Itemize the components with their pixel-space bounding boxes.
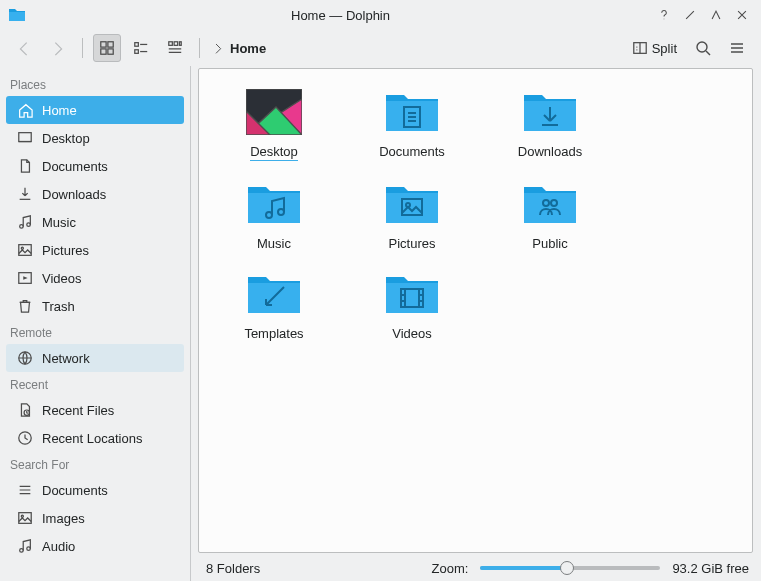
sidebar-item-label: Documents (42, 159, 108, 174)
sidebar-item-audio[interactable]: Audio (6, 532, 184, 560)
sidebar-item-home[interactable]: Home (6, 96, 184, 124)
file-item-public[interactable]: Public (485, 175, 615, 257)
close-button[interactable] (731, 4, 753, 26)
sidebar-item-label: Documents (42, 483, 108, 498)
file-viewport[interactable]: DesktopDocumentsDownloadsMusicPicturesPu… (198, 68, 753, 553)
sidebar-item-label: Desktop (42, 131, 90, 146)
file-label: Documents (379, 144, 445, 159)
sidebar-heading: Places (0, 72, 190, 96)
menu-button[interactable] (723, 34, 751, 62)
sidebar-item-label: Audio (42, 539, 75, 554)
search-audio-icon (16, 537, 34, 555)
file-label: Templates (244, 326, 303, 341)
window-title: Home — Dolphin (32, 8, 649, 23)
sidebar-item-label: Pictures (42, 243, 89, 258)
folder-icon (384, 271, 440, 320)
titlebar: Home — Dolphin (0, 0, 761, 30)
sidebar: PlacesHomeDesktopDocumentsDownloadsMusic… (0, 66, 190, 581)
network-icon (16, 349, 34, 367)
sidebar-item-label: Downloads (42, 187, 106, 202)
split-label: Split (652, 41, 677, 56)
zoom-label: Zoom: (432, 561, 469, 576)
recent-locations-icon (16, 429, 34, 447)
sidebar-heading: Remote (0, 320, 190, 344)
file-label: Pictures (389, 236, 436, 251)
sidebar-item-trash[interactable]: Trash (6, 292, 184, 320)
maximize-button[interactable] (705, 4, 727, 26)
sidebar-heading: Search For (0, 452, 190, 476)
file-label: Videos (392, 326, 432, 341)
file-label: Desktop (250, 144, 298, 161)
app-icon (8, 6, 26, 24)
free-space: 93.2 GiB free (672, 561, 749, 576)
folder-icon (246, 181, 302, 230)
breadcrumb-label: Home (230, 41, 266, 56)
recent-files-icon (16, 401, 34, 419)
sidebar-item-network[interactable]: Network (6, 344, 184, 372)
status-summary: 8 Folders (206, 561, 260, 576)
forward-button[interactable] (44, 34, 72, 62)
file-item-desktop[interactable]: Desktop (209, 83, 339, 167)
file-item-music[interactable]: Music (209, 175, 339, 257)
sidebar-item-downloads[interactable]: Downloads (6, 180, 184, 208)
sidebar-item-label: Music (42, 215, 76, 230)
folder-icon (246, 89, 302, 138)
sidebar-item-music[interactable]: Music (6, 208, 184, 236)
sidebar-item-label: Recent Files (42, 403, 114, 418)
sidebar-item-recent-files[interactable]: Recent Files (6, 396, 184, 424)
view-compact-button[interactable] (127, 34, 155, 62)
sidebar-item-label: Home (42, 103, 77, 118)
back-button[interactable] (10, 34, 38, 62)
sidebar-item-desktop[interactable]: Desktop (6, 124, 184, 152)
statusbar: 8 Folders Zoom: 93.2 GiB free (194, 555, 761, 581)
sidebar-item-label: Network (42, 351, 90, 366)
file-label: Public (532, 236, 567, 251)
file-item-downloads[interactable]: Downloads (485, 83, 615, 167)
videos-icon (16, 269, 34, 287)
toolbar: Home Split (0, 30, 761, 66)
trash-icon (16, 297, 34, 315)
sidebar-item-images[interactable]: Images (6, 504, 184, 532)
main: PlacesHomeDesktopDocumentsDownloadsMusic… (0, 66, 761, 581)
file-item-pictures[interactable]: Pictures (347, 175, 477, 257)
sidebar-item-videos[interactable]: Videos (6, 264, 184, 292)
folder-icon (522, 89, 578, 138)
help-button[interactable] (653, 4, 675, 26)
home-icon (16, 101, 34, 119)
search-button[interactable] (689, 34, 717, 62)
file-label: Music (257, 236, 291, 251)
folder-icon (384, 89, 440, 138)
file-item-templates[interactable]: Templates (209, 265, 339, 347)
sidebar-item-documents[interactable]: Documents (6, 476, 184, 504)
content: DesktopDocumentsDownloadsMusicPicturesPu… (194, 66, 761, 581)
search-images-icon (16, 509, 34, 527)
file-label: Downloads (518, 144, 582, 159)
view-icons-button[interactable] (93, 34, 121, 62)
folder-icon (384, 181, 440, 230)
split-button[interactable]: Split (626, 40, 683, 56)
view-details-button[interactable] (161, 34, 189, 62)
music-icon (16, 213, 34, 231)
search-docs-icon (16, 481, 34, 499)
file-item-documents[interactable]: Documents (347, 83, 477, 167)
sidebar-item-label: Images (42, 511, 85, 526)
sidebar-item-label: Recent Locations (42, 431, 142, 446)
minimize-button[interactable] (679, 4, 701, 26)
breadcrumb[interactable]: Home (212, 41, 266, 56)
separator (199, 38, 200, 58)
downloads-icon (16, 185, 34, 203)
folder-icon (522, 181, 578, 230)
sidebar-item-label: Trash (42, 299, 75, 314)
folder-icon (246, 271, 302, 320)
zoom-slider[interactable] (480, 566, 660, 570)
documents-icon (16, 157, 34, 175)
desktop-icon (16, 129, 34, 147)
sidebar-item-pictures[interactable]: Pictures (6, 236, 184, 264)
file-item-videos[interactable]: Videos (347, 265, 477, 347)
chevron-right-icon (212, 42, 224, 54)
sidebar-item-recent-locations[interactable]: Recent Locations (6, 424, 184, 452)
sidebar-heading: Recent (0, 372, 190, 396)
sidebar-item-documents[interactable]: Documents (6, 152, 184, 180)
split-icon (632, 40, 648, 56)
sidebar-item-label: Videos (42, 271, 82, 286)
